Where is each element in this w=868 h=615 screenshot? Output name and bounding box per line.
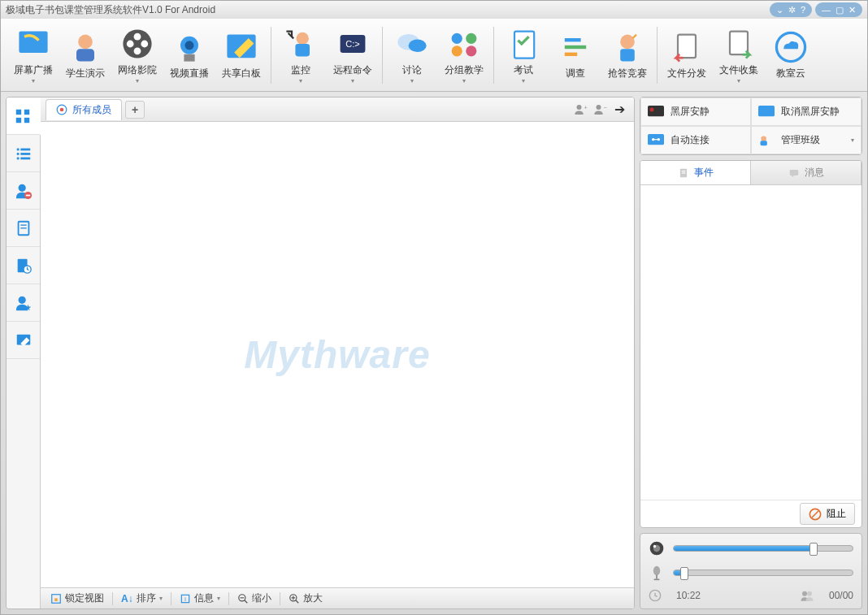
arrow-right-icon[interactable]: ➔ xyxy=(610,100,629,119)
nav-grid[interactable] xyxy=(7,97,41,135)
svg-point-19 xyxy=(466,32,476,43)
nav-edit[interactable] xyxy=(7,322,40,359)
window-title: 极域电子书包课堂管理系统软件V1.0 For Android xyxy=(6,3,770,17)
svg-point-1 xyxy=(78,35,93,50)
status-sort[interactable]: A↓ 排序▾ xyxy=(116,591,167,605)
monitor-icon xyxy=(283,26,319,62)
user-add-icon[interactable]: + xyxy=(571,100,590,119)
count-label: 00/00 xyxy=(829,590,853,601)
events-body xyxy=(640,185,861,500)
film-icon xyxy=(119,26,155,62)
qa-auto-connect[interactable]: 自动连接 xyxy=(640,126,751,154)
svg-line-65 xyxy=(295,600,298,603)
nav-user-star[interactable] xyxy=(7,284,40,322)
stop-button[interactable]: 阻止 xyxy=(800,503,855,525)
members-content: 所有成员 + + − ➔ Mythware 锁定视图 xyxy=(41,97,634,609)
tab-messages[interactable]: 消息 xyxy=(751,161,861,184)
svg-line-82 xyxy=(812,511,818,518)
svg-rect-22 xyxy=(514,31,534,58)
status-zoom-in[interactable]: 放大 xyxy=(284,591,328,605)
clock-icon xyxy=(649,589,662,602)
maximize-icon[interactable]: ▢ xyxy=(835,5,844,15)
close-icon[interactable]: ✕ xyxy=(848,5,856,15)
svg-point-90 xyxy=(802,591,807,596)
tool-student-demo[interactable]: 学生演示 xyxy=(59,28,111,82)
help-icon[interactable]: ? xyxy=(801,5,805,15)
status-zoom-out[interactable]: 缩小 xyxy=(232,591,276,605)
svg-point-55 xyxy=(597,105,601,110)
tab-events[interactable]: 事件 xyxy=(640,161,751,184)
status-info[interactable]: i 信息▾ xyxy=(175,591,225,605)
status-lock-view[interactable]: 锁定视图 xyxy=(46,591,109,605)
tool-cinema[interactable]: 网络影院▾ xyxy=(111,24,163,86)
chat-icon xyxy=(394,26,430,62)
nav-document[interactable] xyxy=(7,210,40,247)
main-toolbar: 屏幕广播▾ 学生演示 网络影院▾ 视频直播 共享白板 监控▾ C:> 远程命令▾ xyxy=(1,19,867,92)
group-icon xyxy=(446,26,482,62)
remote-icon: C:> xyxy=(335,26,371,62)
titlebar: 极域电子书包课堂管理系统软件V1.0 For Android ⌄ ✲ ? — ▢… xyxy=(1,1,867,19)
tool-file-collect[interactable]: 文件收集▾ xyxy=(713,24,765,86)
student-icon xyxy=(67,29,103,65)
tool-group[interactable]: 分组教学▾ xyxy=(438,24,490,86)
svg-point-5 xyxy=(141,40,148,47)
right-panel: 黑屏安静 取消黑屏安静 自动连接 管理班级 ▾ xyxy=(640,97,862,609)
tool-monitor[interactable]: 监控▾ xyxy=(275,24,327,86)
statusbar: 锁定视图 A↓ 排序▾ i 信息▾ 缩小 xyxy=(41,587,634,609)
quick-actions: 黑屏安静 取消黑屏安静 自动连接 管理班级 ▾ xyxy=(640,97,862,155)
minimize-icon[interactable]: — xyxy=(822,5,831,15)
svg-rect-87 xyxy=(656,575,658,579)
quiz-icon xyxy=(610,29,645,65)
events-icon xyxy=(678,167,689,179)
tool-file-send[interactable]: 文件分发 xyxy=(661,28,713,82)
black-screen-icon xyxy=(648,106,664,119)
stop-icon xyxy=(809,508,822,521)
tool-exam[interactable]: 考试▾ xyxy=(497,24,549,86)
svg-rect-29 xyxy=(730,31,748,54)
svg-point-17 xyxy=(409,39,427,51)
members-canvas: Mythware xyxy=(41,122,634,587)
survey-icon xyxy=(558,29,593,65)
qa-black-screen[interactable]: 黑屏安静 xyxy=(640,97,751,126)
svg-rect-25 xyxy=(565,53,577,56)
svg-point-12 xyxy=(297,32,309,44)
tool-quiz[interactable]: 抢答竞赛 xyxy=(601,28,653,82)
tool-discuss[interactable]: 讨论▾ xyxy=(386,24,438,86)
nav-user-remove[interactable] xyxy=(7,172,40,210)
mic-slider[interactable] xyxy=(673,570,853,576)
expand-down-icon[interactable]: ⌄ xyxy=(776,5,783,15)
file-collect-icon xyxy=(721,26,757,62)
gear-icon[interactable]: ✲ xyxy=(788,5,796,15)
time-label: 10:22 xyxy=(676,590,701,601)
svg-rect-70 xyxy=(758,106,775,116)
svg-rect-34 xyxy=(24,117,29,122)
user-remove-icon[interactable]: − xyxy=(590,100,610,119)
qa-manage-class[interactable]: 管理班级 ▾ xyxy=(751,126,861,154)
tool-cloud[interactable]: 教室云 xyxy=(765,28,817,82)
tool-survey[interactable]: 调查 xyxy=(549,28,601,82)
svg-point-41 xyxy=(18,184,25,191)
nav-list[interactable] xyxy=(7,135,40,172)
svg-rect-45 xyxy=(20,224,26,225)
content-header: 所有成员 + + − ➔ xyxy=(41,97,634,122)
qa-unblack-screen[interactable]: 取消黑屏安静 xyxy=(751,97,861,126)
speaker-icon[interactable] xyxy=(649,540,665,557)
tool-broadcast[interactable]: 屏幕广播▾ xyxy=(7,24,59,86)
svg-point-86 xyxy=(653,566,660,576)
main-area: 所有成员 + + − ➔ Mythware 锁定视图 xyxy=(1,92,867,614)
nav-history[interactable] xyxy=(7,247,40,284)
svg-rect-32 xyxy=(24,109,29,114)
svg-point-85 xyxy=(653,545,656,548)
members-tab[interactable]: 所有成员 xyxy=(46,99,122,120)
add-tab-button[interactable]: + xyxy=(125,101,145,119)
mic-row xyxy=(649,565,853,581)
svg-rect-13 xyxy=(295,44,310,56)
mic-icon[interactable] xyxy=(649,565,665,581)
tool-live[interactable]: 视频直播 xyxy=(163,28,215,82)
cloud-icon xyxy=(773,29,809,65)
tool-whiteboard[interactable]: 共享白板 xyxy=(215,28,267,82)
tool-remote[interactable]: C:> 远程命令▾ xyxy=(327,24,379,86)
lock-icon xyxy=(50,593,62,604)
left-nav xyxy=(7,97,41,609)
speaker-slider[interactable] xyxy=(673,545,853,552)
